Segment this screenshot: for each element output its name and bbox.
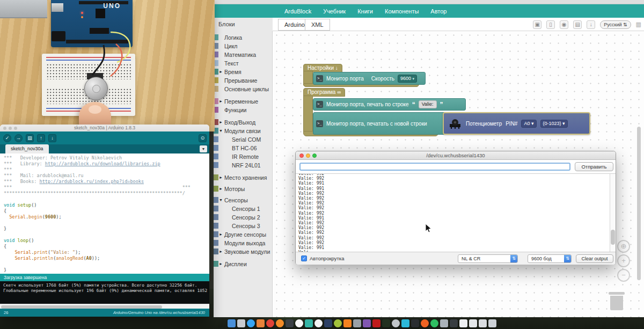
range-dropdown[interactable]: (0-1023) ▾ — [540, 120, 568, 128]
new-sketch-icon[interactable]: ▤ — [26, 134, 34, 142]
sidebar-item[interactable]: ► Переменные — [214, 97, 272, 106]
sidebar-item[interactable]: ► Моторы — [214, 185, 272, 193]
menu-item[interactable]: Компоненты — [385, 8, 419, 14]
photos-icon[interactable] — [314, 319, 323, 327]
sidebar-item[interactable]: Сенсоры 1 — [214, 204, 272, 213]
baud-dropdown[interactable]: 9600 ▾ — [398, 75, 417, 83]
expand-arrow-icon[interactable]: ► — [219, 118, 223, 127]
baud-select[interactable]: 9600 бод ⇅ — [528, 254, 572, 263]
expand-arrow-icon[interactable]: ► — [219, 173, 223, 182]
android-icon[interactable] — [334, 319, 342, 327]
minimize-button[interactable] — [306, 153, 310, 158]
sketch-tab[interactable]: sketch_nov30a — [5, 144, 49, 153]
book-icon[interactable]: ▥ — [636, 21, 641, 28]
horizontal-scrollbar[interactable] — [0, 304, 209, 309]
sidebar-item[interactable]: ► Звуковые модули — [214, 247, 272, 256]
sidebar-item[interactable]: Текст — [214, 59, 272, 68]
app-dark-icon[interactable] — [286, 319, 294, 327]
sidebar-item[interactable]: Математика — [214, 50, 272, 59]
serial-setup-block[interactable]: >_ Монитор порта Скорость 9600 ▾ — [313, 72, 426, 85]
tab-xml[interactable]: XML — [305, 19, 330, 31]
safari-icon[interactable] — [247, 319, 255, 327]
sidebar-item[interactable]: ► Дисплеи — [214, 260, 272, 268]
expand-arrow-icon[interactable]: ▼ — [219, 127, 223, 135]
sidebar-item[interactable]: Модули выхода — [214, 239, 272, 247]
expand-arrow-icon[interactable]: ► — [219, 68, 223, 76]
save-icon[interactable]: ↓ — [48, 134, 56, 142]
zoom-in-icon[interactable]: + — [617, 254, 630, 267]
sidebar-item[interactable]: ▼ Модули связи — [214, 127, 272, 135]
app-dark2-icon[interactable] — [450, 319, 458, 327]
app-red-icon[interactable] — [266, 319, 274, 327]
copy-icon[interactable]: ▣ — [533, 20, 541, 29]
minimize-button[interactable] — [9, 127, 12, 130]
scrollbar-thumb[interactable] — [1, 305, 162, 309]
sidebar-item[interactable]: Serial COM — [214, 135, 272, 144]
sidebar-item[interactable]: Функции — [214, 106, 272, 114]
clear-output-button[interactable]: Clear output — [576, 254, 613, 263]
focus-icon[interactable]: ⊕ — [617, 240, 630, 253]
language-select[interactable]: Русский ⇅ — [600, 20, 631, 29]
line-ending-select[interactable]: NL & CR ⇅ — [458, 254, 518, 263]
sidebar-item[interactable]: Основные циклы — [214, 85, 272, 93]
sidebar-item[interactable]: Сенсоры 2 — [214, 213, 272, 222]
menu-item[interactable]: ArduBlock — [284, 8, 311, 14]
sidebar-item[interactable]: Цикл — [214, 42, 272, 50]
sidebar-item[interactable]: NRF 24L01 — [214, 161, 272, 170]
potentiometer-block[interactable]: Потенциометр PIN# A0 ▾ (0-1023) ▾ — [443, 112, 590, 135]
app-white-icon[interactable] — [469, 319, 477, 327]
dock-trash-icon[interactable] — [488, 319, 496, 327]
app-grey2-icon[interactable] — [440, 319, 448, 327]
open-icon[interactable]: ↑ — [37, 134, 45, 142]
app-orange-icon[interactable] — [257, 319, 265, 327]
sidebar-item[interactable]: Сенсоры 3 — [214, 222, 272, 230]
canvas-scrollbar[interactable] — [637, 127, 641, 280]
close-button[interactable] — [3, 127, 6, 130]
send-button[interactable]: Отправить — [575, 162, 613, 171]
serial-monitor-icon[interactable]: ⊙ — [199, 134, 207, 142]
itunes-icon[interactable] — [295, 319, 303, 327]
sidebar-item[interactable]: ► Вход/Выход — [214, 118, 272, 127]
serial-output[interactable]: Valie: 992Valie: 992Valie: 991Valie: 991… — [296, 173, 610, 252]
app-darkgreen-icon[interactable] — [382, 319, 390, 327]
expand-arrow-icon[interactable]: ► — [219, 260, 223, 268]
app-cyan-icon[interactable] — [401, 319, 409, 327]
code-editor[interactable]: *** Developer: Petrov Vitaliy Nikolaevic… — [0, 153, 209, 274]
launchpad-icon[interactable] — [237, 319, 245, 327]
close-button[interactable] — [299, 153, 304, 158]
serial-println-block[interactable]: >_ Монитор порта, печатать с новой строк… — [313, 112, 447, 135]
pin-dropdown[interactable]: A0 ▾ — [521, 120, 536, 128]
sync-icon[interactable] — [305, 319, 313, 327]
textedit-icon[interactable] — [459, 319, 467, 327]
sidebar-item[interactable]: ▼ Сенсоры — [214, 196, 272, 204]
notes-icon[interactable] — [479, 319, 487, 327]
menu-item[interactable]: Автор — [430, 8, 447, 14]
scrollbar-thumb[interactable] — [611, 230, 615, 245]
finder-icon[interactable] — [228, 319, 236, 327]
app-green-icon[interactable] — [430, 319, 438, 327]
app-navy-icon[interactable] — [324, 319, 332, 327]
app-orange2-icon[interactable] — [421, 319, 429, 327]
cd-icon[interactable]: ◉ — [560, 20, 568, 29]
menu-item[interactable]: Учебник — [323, 8, 346, 14]
firefox-icon[interactable] — [276, 319, 284, 327]
sidebar-item[interactable]: IR Remote — [214, 152, 272, 161]
print-icon[interactable]: ▤ — [573, 20, 582, 29]
menu-item[interactable]: Книги — [357, 8, 373, 14]
autoscroll-checkbox[interactable]: ✓ — [301, 255, 307, 261]
maximize-button[interactable] — [312, 153, 317, 158]
sidebar-item[interactable]: ► Место хранения — [214, 173, 272, 182]
expand-arrow-icon[interactable]: ▼ — [219, 196, 223, 204]
download-icon[interactable]: ↓ — [587, 20, 595, 29]
trash-icon[interactable]: ▯ — [546, 20, 555, 29]
illustrator-icon[interactable] — [343, 319, 352, 327]
string-value-field[interactable]: Valie: — [419, 100, 437, 108]
app-silver-icon[interactable] — [392, 319, 400, 327]
expand-arrow-icon[interactable]: ► — [219, 185, 223, 193]
sidebar-item[interactable]: ► Время — [214, 68, 272, 76]
maximize-button[interactable] — [14, 127, 17, 130]
sidebar-item[interactable]: Логика — [214, 33, 272, 42]
tab-menu-icon[interactable]: ▼ — [200, 145, 207, 152]
expand-arrow-icon[interactable]: ► — [219, 247, 223, 256]
filezilla-icon[interactable] — [372, 319, 380, 327]
